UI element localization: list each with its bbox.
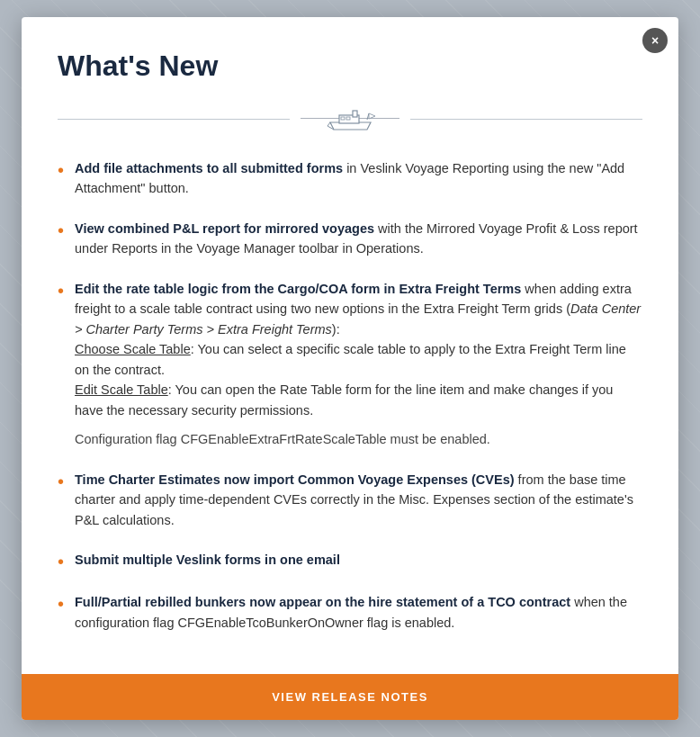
item-5-text: Submit multiple Veslink forms in one ema… bbox=[75, 550, 642, 570]
modal-body: What's New bbox=[22, 17, 678, 674]
item-1-bold: Add file attachments to all submitted fo… bbox=[75, 161, 343, 175]
list-item: • Submit multiple Veslink forms in one e… bbox=[58, 550, 642, 572]
divider bbox=[58, 104, 642, 133]
item-3-config: Configuration flag CFGEnableExtraFrtRate… bbox=[75, 429, 642, 449]
item-4-bold: Time Charter Estimates now import Common… bbox=[75, 472, 515, 487]
item-4-text: Time Charter Estimates now import Common… bbox=[75, 470, 642, 530]
item-1-text: Add file attachments to all submitted fo… bbox=[75, 158, 642, 199]
list-item: • View combined P&L report for mirrored … bbox=[58, 219, 642, 259]
item-3-text: Edit the rate table logic from the Cargo… bbox=[75, 279, 642, 450]
list-item: • Time Charter Estimates now import Comm… bbox=[58, 470, 642, 530]
bullet-icon: • bbox=[58, 551, 64, 572]
item-2-bold: View combined P&L report for mirrored vo… bbox=[75, 221, 374, 236]
item-6-bold: Full/Partial rebilled bunkers now appear… bbox=[75, 595, 570, 609]
list-item: • Edit the rate table logic from the Car… bbox=[58, 279, 642, 450]
view-release-notes-button[interactable]: VIEW RELEASE NOTES bbox=[22, 674, 678, 720]
bullet-icon: • bbox=[58, 220, 64, 241]
item-3-colon: ): bbox=[332, 322, 340, 337]
modal-footer: VIEW RELEASE NOTES bbox=[22, 674, 678, 720]
item-2-text: View combined P&L report for mirrored vo… bbox=[75, 219, 642, 259]
item-6-text: Full/Partial rebilled bunkers now appear… bbox=[75, 592, 642, 633]
whats-new-modal: × What's New bbox=[22, 17, 678, 720]
item-5-bold: Submit multiple Veslink forms in one ema… bbox=[75, 553, 340, 567]
svg-rect-4 bbox=[346, 117, 350, 120]
item-3-bold: Edit the rate table logic from the Cargo… bbox=[75, 282, 521, 296]
divider-right-line bbox=[410, 119, 642, 120]
svg-line-5 bbox=[328, 122, 330, 126]
divider-left-line bbox=[58, 119, 290, 120]
item-3-underline1: Choose Scale Table bbox=[75, 342, 191, 356]
bullet-icon: • bbox=[58, 280, 64, 301]
svg-rect-3 bbox=[341, 117, 345, 120]
close-button[interactable]: × bbox=[642, 28, 668, 53]
whats-new-list: • Add file attachments to all submitted … bbox=[58, 158, 642, 633]
modal-title: What's New bbox=[58, 49, 642, 83]
list-item: • Full/Partial rebilled bunkers now appe… bbox=[58, 592, 642, 633]
bullet-icon: • bbox=[58, 471, 64, 492]
svg-rect-2 bbox=[353, 111, 357, 117]
bullet-icon: • bbox=[58, 593, 64, 615]
ship-icon bbox=[301, 104, 399, 133]
list-item: • Add file attachments to all submitted … bbox=[58, 158, 642, 199]
bullet-icon: • bbox=[58, 159, 64, 181]
modal-overlay: × What's New bbox=[0, 0, 700, 737]
item-3-underline2: Edit Scale Table bbox=[75, 382, 168, 397]
